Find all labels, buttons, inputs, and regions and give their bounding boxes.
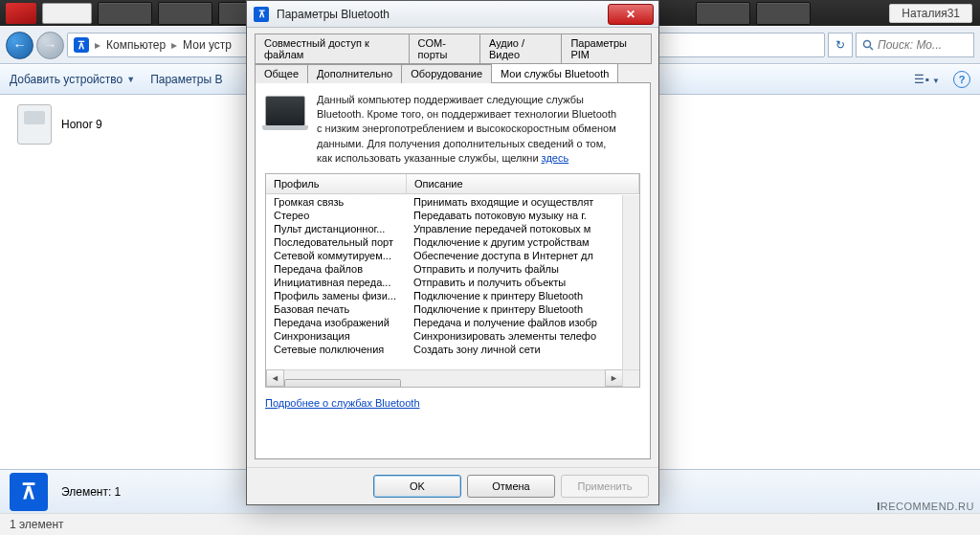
list-item[interactable]: Последовательный портПодключение к други…: [266, 235, 639, 249]
list-item[interactable]: Передача файловОтправить и получить файл…: [266, 262, 639, 276]
list-item[interactable]: СинхронизацияСинхронизировать элементы т…: [266, 329, 639, 343]
search-icon: [862, 39, 874, 51]
vertical-scrollbar[interactable]: [622, 195, 639, 370]
bluetooth-icon: ⊼: [74, 37, 89, 53]
apply-button: Применить: [561, 475, 649, 498]
watermark: IRECOMMEND.RU: [877, 501, 974, 512]
tab-general[interactable]: Общее: [255, 64, 308, 83]
scroll-left-icon[interactable]: ◄: [266, 369, 284, 387]
back-button[interactable]: ←: [6, 32, 33, 59]
breadcrumb[interactable]: Мои устр: [183, 38, 232, 52]
user-label: Наталия31: [889, 4, 972, 23]
list-item[interactable]: Сетевые полключенияСоздать зону личной с…: [266, 343, 639, 356]
dialog-title: Параметры Bluetooth: [277, 8, 597, 21]
help-icon[interactable]: ?: [953, 71, 970, 88]
tab-my-services[interactable]: Мои службы Bluetooth: [491, 63, 618, 82]
view-mode-icon[interactable]: ☰▪ ▼: [914, 73, 940, 86]
refresh-button[interactable]: ↻: [828, 33, 853, 57]
tab-strip: Совместный доступ к файлам COM-порты Ауд…: [255, 33, 651, 459]
list-item[interactable]: Сетевой коммутируем...Обеспечение доступ…: [266, 249, 639, 262]
more-services-link[interactable]: Подробнее о службах Bluetooth: [265, 397, 420, 409]
bluetooth-icon: ⊼: [10, 473, 48, 511]
bluetooth-params-button[interactable]: Параметры B: [150, 73, 222, 86]
bluetooth-icon: ⊼: [254, 7, 269, 22]
forward-button[interactable]: →: [36, 32, 64, 59]
phone-icon: [17, 104, 52, 145]
close-button[interactable]: ✕: [608, 4, 654, 25]
tab-file-sharing[interactable]: Совместный доступ к файлам: [255, 33, 410, 64]
list-header[interactable]: Профиль Описание: [266, 174, 639, 194]
device-item[interactable]: Honor 9: [17, 104, 102, 145]
taskbar-item[interactable]: [98, 2, 152, 25]
footer-bar: 1 элемент: [0, 513, 980, 535]
services-description: Данный компьютер поддерживает следующие …: [317, 93, 616, 166]
list-item[interactable]: Профиль замены физи...Подключение к прин…: [266, 289, 639, 302]
tab-hardware[interactable]: Оборудование: [401, 64, 492, 83]
laptop-icon: [265, 96, 305, 126]
services-list[interactable]: Профиль Описание Громкая связьПринимать …: [265, 173, 640, 388]
list-item[interactable]: СтереоПередавать потоковую музыку на г.: [266, 209, 639, 222]
element-count: Элемент: 1: [61, 485, 121, 499]
list-item[interactable]: Пульт дистанционног...Управление передач…: [266, 222, 639, 235]
list-item[interactable]: Передача изображенийПередача и получение…: [266, 316, 639, 329]
device-name: Honor 9: [61, 118, 102, 131]
taskbar-item[interactable]: [756, 2, 811, 25]
svg-point-0: [864, 41, 871, 48]
search-input[interactable]: Поиск: Мо...: [856, 33, 974, 57]
list-item[interactable]: Инициативная переда...Отправить и получи…: [266, 276, 639, 289]
horizontal-scrollbar[interactable]: ◄ ►: [266, 369, 623, 387]
tab-audio-video[interactable]: Аудио / Видео: [479, 33, 562, 64]
breadcrumb[interactable]: Компьютер: [106, 38, 166, 52]
scroll-right-icon[interactable]: ►: [605, 369, 623, 387]
taskbar-item[interactable]: [42, 3, 92, 24]
start-button-icon[interactable]: [6, 3, 36, 24]
tab-com-ports[interactable]: COM-порты: [409, 33, 480, 64]
add-device-button[interactable]: Добавить устройство▼: [10, 73, 135, 86]
here-link[interactable]: здесь: [542, 152, 569, 164]
taskbar-item[interactable]: [696, 2, 750, 25]
tab-pim-params[interactable]: Параметры PIM: [561, 33, 652, 64]
dialog-actions: OK Отмена Применить: [247, 467, 658, 504]
list-item[interactable]: Базовая печатьПодключение к принтеру Blu…: [266, 302, 639, 316]
tab-advanced[interactable]: Дополнительно: [307, 64, 402, 83]
bluetooth-settings-dialog: ⊼ Параметры Bluetooth ✕ Совместный досту…: [246, 0, 659, 505]
cancel-button[interactable]: Отмена: [467, 475, 555, 498]
tab-panel: Данный компьютер поддерживает следующие …: [255, 82, 651, 459]
scrollbar-thumb[interactable]: [284, 379, 401, 388]
svg-line-1: [870, 47, 873, 50]
dialog-titlebar[interactable]: ⊼ Параметры Bluetooth ✕: [247, 1, 658, 28]
column-profile[interactable]: Профиль: [266, 174, 407, 193]
column-description[interactable]: Описание: [407, 174, 639, 193]
ok-button[interactable]: OK: [373, 475, 461, 498]
taskbar-item[interactable]: [158, 2, 212, 25]
list-item[interactable]: Громкая связьПринимать входящие и осущес…: [266, 195, 639, 209]
